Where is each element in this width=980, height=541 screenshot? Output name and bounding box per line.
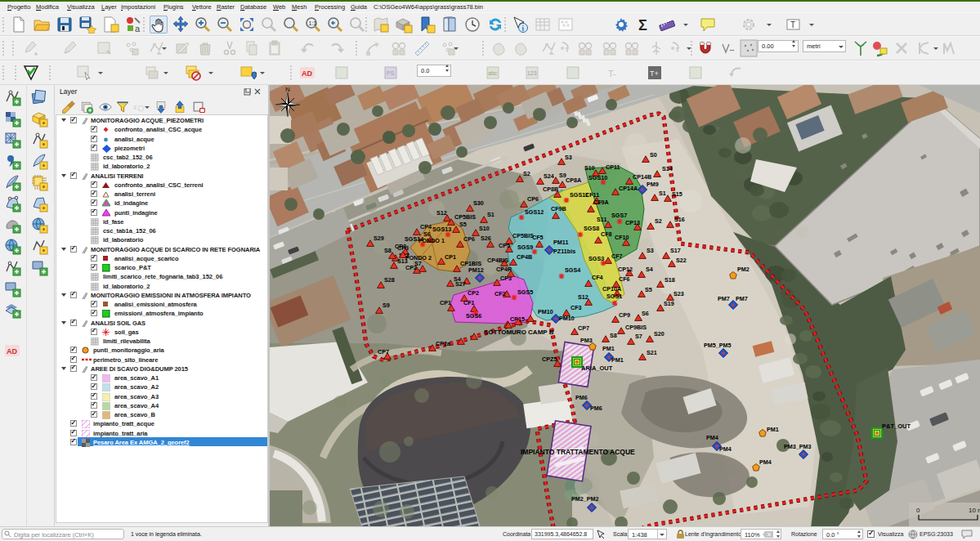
svg-text:S6: S6 [642,310,649,317]
svg-text:PM1: PM1 [611,356,624,364]
svg-text:CP2a: CP2a [436,340,451,347]
svg-text:SGS12: SGS12 [525,208,544,216]
svg-text:S26: S26 [481,235,491,242]
svg-text:PM1: PM1 [767,426,779,433]
svg-text:CP1: CP1 [445,253,456,261]
svg-text:CP6: CP6 [527,195,539,203]
svg-text:S11: S11 [597,216,606,223]
svg-text:S2: S2 [655,217,662,225]
svg-text:CP2: CP2 [468,289,479,297]
svg-text:S1: S1 [487,211,494,218]
svg-text:CP4B: CP4B [517,253,532,261]
svg-text:PM1: PM1 [602,345,615,352]
svg-text:SGS1: SGS1 [606,293,622,300]
svg-text:SGS9: SGS9 [517,244,533,251]
svg-text:S27: S27 [455,280,466,288]
svg-text:PM10: PM10 [559,315,575,322]
svg-text:S22: S22 [676,257,687,264]
svg-text:S14: S14 [662,165,673,172]
svg-text:CP8B: CP8B [543,186,558,193]
svg-text:AD: AD [302,69,312,78]
svg-text:CP5BIS: CP5BIS [454,213,476,221]
svg-text:0: 0 [916,507,920,514]
svg-text:N: N [285,86,290,93]
svg-text:S15: S15 [672,190,682,198]
svg-text:S29: S29 [374,235,384,242]
svg-text:S2: S2 [523,170,530,177]
svg-text:T-: T- [608,69,616,78]
svg-text:abc: abc [488,70,498,76]
svg-text:SGS4: SGS4 [565,266,580,274]
svg-text:S21: S21 [647,349,657,356]
svg-text:SGS6: SGS6 [466,312,481,320]
svg-text:CP7: CP7 [378,348,389,355]
svg-text:CF9B: CF9B [551,205,566,212]
svg-text:FONDO 1: FONDO 1 [418,237,445,244]
svg-text:CP6: CP6 [463,235,475,243]
svg-text:CP11: CP11 [606,163,620,171]
svg-text:S17: S17 [670,247,681,254]
svg-text:ε: ε [133,103,137,111]
svg-text:PM4: PM4 [719,445,732,453]
svg-text:FONDO 2: FONDO 2 [405,254,432,262]
svg-text:CP12: CP12 [618,266,633,273]
svg-text:CP4BIS: CP4BIS [487,257,508,264]
svg-text:CF10: CF10 [615,234,629,241]
svg-text:CP4: CP4 [420,223,432,230]
svg-text:PM7: PM7 [718,295,730,302]
svg-text:PM4: PM4 [706,434,718,441]
svg-text:S5: S5 [459,221,467,228]
svg-text:CF7: CF7 [611,253,623,260]
svg-text:CP14B: CP14B [633,173,651,181]
svg-text:S8: S8 [384,247,392,254]
svg-text:S12: S12 [436,209,447,217]
svg-text:SGS7: SGS7 [611,212,627,219]
svg-text:S19: S19 [664,300,674,307]
svg-text:AD: AD [7,347,17,355]
svg-text:CP4R: CP4R [496,266,512,273]
svg-text:CF4: CF4 [592,274,603,281]
svg-text:CP14A: CP14A [619,185,638,192]
svg-text:SGS11: SGS11 [570,191,588,199]
svg-text:S10: S10 [479,225,490,232]
svg-text:S30: S30 [473,199,484,207]
svg-text:PM2: PM2 [737,266,750,273]
svg-text:PZ11bis: PZ11bis [553,248,575,255]
svg-text:PS: PS [387,70,395,76]
svg-text:P&T_OUT: P&T_OUT [882,423,911,430]
svg-text:ARIA_OUT: ARIA_OUT [581,364,613,372]
svg-text:CF6: CF6 [619,275,630,283]
svg-text:S0: S0 [650,151,657,159]
svg-text:S3: S3 [647,247,654,254]
svg-text:PM12: PM12 [468,266,484,274]
svg-text:S7: S7 [635,333,642,340]
svg-text:CP9: CP9 [619,311,630,319]
svg-text:CP3: CP3 [397,244,409,252]
svg-text:S4: S4 [646,266,653,273]
svg-text:CF2: CF2 [494,290,506,297]
svg-text:S24: S24 [544,172,554,180]
svg-text:IMPIANTO TRATTAMENTO ACQUE: IMPIANTO TRATTAMENTO ACQUE [521,448,635,456]
svg-text:SGS5: SGS5 [517,288,533,296]
svg-text:a: a [135,24,141,34]
svg-text:SGS8: SGS8 [584,225,599,232]
svg-text:SGS3: SGS3 [588,255,604,262]
svg-text:S8: S8 [610,332,617,339]
svg-text:S10: S10 [584,164,595,172]
svg-text:PM3: PM3 [580,337,593,344]
svg-text:CP7: CP7 [578,324,589,332]
svg-text:CPZ5: CPZ5 [542,355,557,363]
svg-text:PM3_PM3: PM3_PM3 [784,443,812,450]
svg-text:PM6: PM6 [575,394,588,401]
svg-text:CP2: CP2 [405,264,417,271]
svg-text:S16: S16 [674,216,685,223]
svg-text:10 m: 10 m [969,507,980,514]
svg-text:CP1: CP1 [440,299,451,306]
svg-text:CP13: CP13 [625,219,640,226]
svg-text:S28: S28 [384,276,395,284]
svg-text:S3: S3 [565,154,572,161]
svg-text:PM7: PM7 [736,295,748,302]
svg-text:PM11: PM11 [553,239,568,246]
svg-text:S18: S18 [665,276,675,284]
svg-text:SGS10: SGS10 [588,174,607,181]
